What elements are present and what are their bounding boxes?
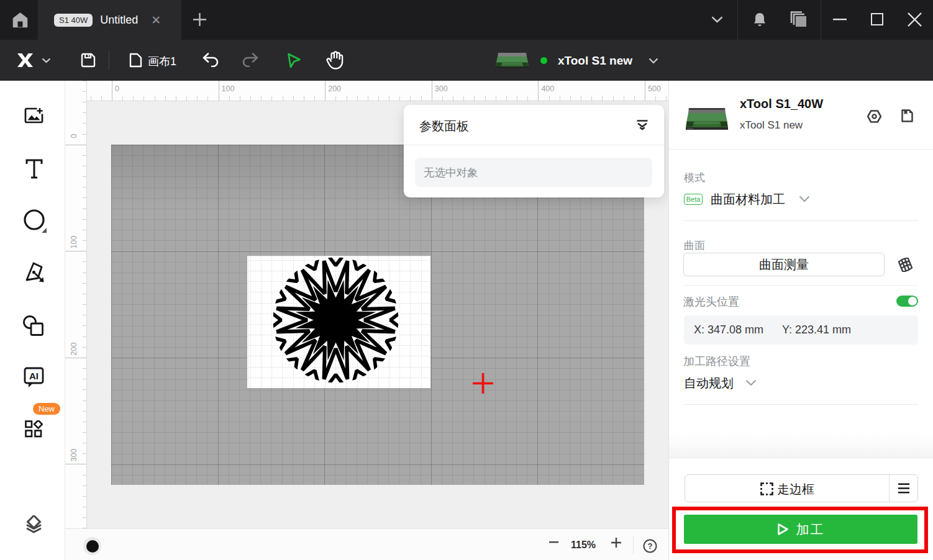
svg-text:AI: AI xyxy=(29,371,39,381)
svg-text:?: ? xyxy=(648,541,653,551)
